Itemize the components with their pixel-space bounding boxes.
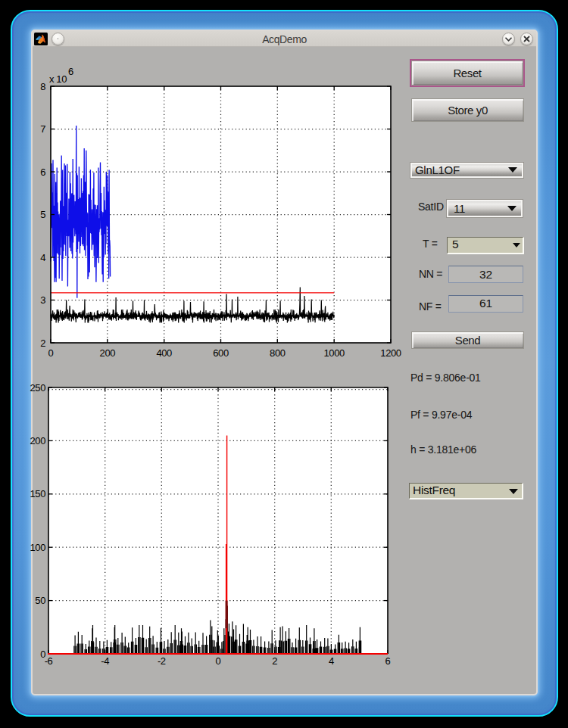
svg-text:1000: 1000	[324, 347, 345, 359]
svg-text:0: 0	[48, 347, 54, 359]
svg-text:150: 150	[30, 488, 46, 499]
svg-text:2: 2	[272, 655, 277, 667]
svg-text:200: 200	[30, 435, 46, 446]
svg-text:-6: -6	[45, 655, 53, 667]
svg-text:7: 7	[40, 123, 45, 135]
svg-text:-4: -4	[101, 655, 109, 667]
svg-text:6: 6	[40, 166, 45, 178]
svg-text:x 10: x 10	[49, 73, 67, 85]
svg-text:0: 0	[40, 649, 45, 660]
svg-text:3: 3	[40, 294, 45, 306]
svg-text:6: 6	[385, 655, 391, 667]
svg-text:0: 0	[216, 655, 221, 667]
svg-text:1200: 1200	[380, 347, 401, 359]
svg-text:2: 2	[40, 338, 45, 349]
svg-text:600: 600	[213, 347, 229, 359]
svg-text:-2: -2	[158, 655, 166, 667]
svg-text:250: 250	[30, 382, 46, 394]
svg-text:6: 6	[68, 66, 73, 77]
svg-text:400: 400	[156, 347, 172, 359]
svg-text:4: 4	[40, 252, 45, 263]
svg-text:800: 800	[270, 347, 286, 359]
svg-text:50: 50	[35, 595, 45, 606]
svg-text:8: 8	[40, 81, 45, 92]
svg-text:100: 100	[30, 542, 46, 553]
svg-text:4: 4	[329, 655, 334, 667]
svg-text:5: 5	[40, 209, 45, 220]
svg-text:200: 200	[100, 347, 116, 359]
